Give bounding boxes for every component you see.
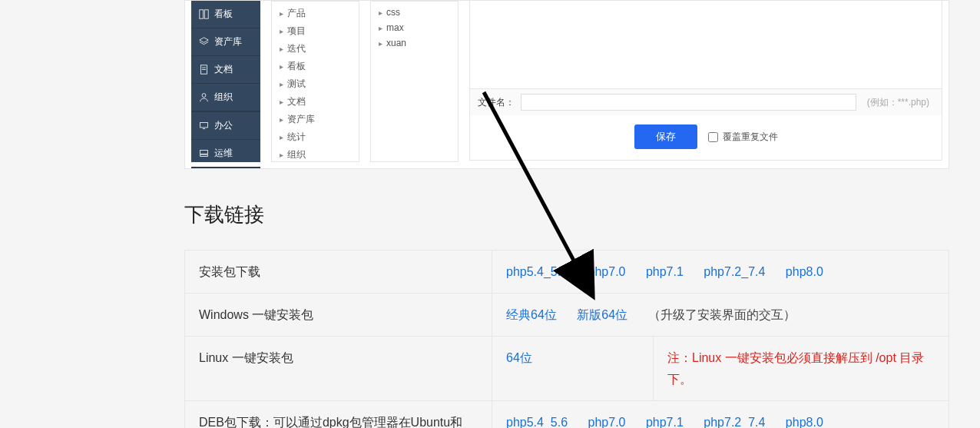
row-links: php5.4_5.6 php7.0 php7.1 php7.2_7.4 php8… bbox=[492, 250, 949, 294]
doc-icon bbox=[199, 65, 209, 75]
download-link[interactable]: php8.0 bbox=[786, 416, 823, 428]
tree-item[interactable]: ▸看板 bbox=[272, 58, 359, 75]
row-label: Linux 一键安装包 bbox=[185, 337, 492, 400]
tree-item[interactable]: ▸css bbox=[371, 5, 458, 20]
chevron-right-icon: ▸ bbox=[280, 98, 283, 106]
folder-tree: ▸css ▸max ▸xuan bbox=[370, 1, 459, 162]
svg-rect-6 bbox=[200, 122, 208, 128]
save-button[interactable]: 保存 bbox=[634, 124, 697, 149]
chevron-right-icon: ▸ bbox=[379, 24, 382, 32]
row-label: DEB包下载：可以通过dpkg包管理器在Ubuntu和Debian系统下安装 bbox=[185, 400, 492, 428]
svg-rect-1 bbox=[204, 10, 208, 18]
download-table: 安装包下载 php5.4_5.6 php7.0 php7.1 php7.2_7.… bbox=[184, 250, 949, 428]
row-links: 经典64位 新版64位 （升级了安装界面的交互） bbox=[492, 294, 949, 337]
app-sidebar: 看板 资产库 文档 组织 办公 运维 bbox=[191, 1, 260, 162]
overwrite-checkbox-box[interactable] bbox=[708, 132, 718, 142]
asset-icon bbox=[199, 37, 209, 47]
filename-label: 文件名： bbox=[478, 96, 515, 109]
download-link[interactable]: php7.2_7.4 bbox=[704, 416, 765, 428]
board-icon bbox=[199, 9, 209, 19]
tree-item[interactable]: ▸xuan bbox=[371, 35, 458, 51]
tree-item[interactable]: ▸迭代 bbox=[272, 40, 359, 58]
tree-item[interactable]: ▸项目 bbox=[272, 22, 359, 40]
chevron-right-icon: ▸ bbox=[280, 9, 283, 18]
tree-item[interactable]: ▸max bbox=[371, 20, 458, 35]
sidebar-item-doc[interactable]: 文档 bbox=[191, 56, 260, 84]
download-link[interactable]: 新版64位 bbox=[577, 308, 627, 321]
module-tree: ▸产品 ▸项目 ▸迭代 ▸看板 ▸测试 ▸文档 ▸资产库 ▸统计 ▸组织 ▸持续… bbox=[271, 1, 359, 162]
overwrite-label: 覆盖重复文件 bbox=[723, 131, 778, 144]
download-link[interactable]: php7.2_7.4 bbox=[704, 265, 765, 278]
tree-item[interactable]: ▸组织 bbox=[272, 146, 359, 162]
chevron-right-icon: ▸ bbox=[280, 80, 283, 88]
row-links: php5.4_5.6 php7.0 php7.1 php7.2_7.4 php8… bbox=[492, 400, 949, 428]
download-link[interactable]: php7.0 bbox=[588, 416, 626, 428]
sidebar-label: 资产库 bbox=[214, 35, 242, 48]
download-link[interactable]: php5.4_5.6 bbox=[506, 265, 568, 278]
ops-icon bbox=[199, 148, 209, 158]
svg-point-5 bbox=[202, 94, 206, 98]
table-row: Linux 一键安装包 64位 注：Linux 一键安装包必须直接解压到 /op… bbox=[185, 337, 949, 400]
chevron-right-icon: ▸ bbox=[280, 151, 283, 159]
tree-item[interactable]: ▸测试 bbox=[272, 75, 359, 93]
download-link[interactable]: php5.4_5.6 bbox=[506, 416, 568, 428]
warning-note: 注：Linux 一键安装包必须直接解压到 /opt 目录下。 bbox=[667, 351, 924, 385]
overwrite-checkbox[interactable]: 覆盖重复文件 bbox=[708, 131, 778, 144]
chevron-right-icon: ▸ bbox=[280, 45, 283, 53]
sidebar-label: 办公 bbox=[214, 119, 233, 132]
sidebar-item-more[interactable]: 更多 bbox=[191, 168, 260, 169]
embedded-screenshot: 看板 资产库 文档 组织 办公 运维 bbox=[184, 0, 949, 169]
sidebar-item-org[interactable]: 组织 bbox=[191, 84, 260, 111]
row-note: 注：Linux 一键安装包必须直接解压到 /opt 目录下。 bbox=[654, 337, 949, 400]
org-icon bbox=[199, 92, 209, 102]
download-link[interactable]: php7.1 bbox=[646, 416, 684, 428]
editor-panel: 文件名： (例如：***.php) 保存 覆盖重复文件 bbox=[469, 0, 942, 161]
table-row: Windows 一键安装包 经典64位 新版64位 （升级了安装界面的交互） bbox=[185, 294, 949, 337]
download-section-title: 下载链接 bbox=[184, 201, 949, 228]
tree-item[interactable]: ▸资产库 bbox=[272, 111, 359, 128]
table-row: 安装包下载 php5.4_5.6 php7.0 php7.1 php7.2_7.… bbox=[185, 250, 949, 294]
sidebar-label: 运维 bbox=[214, 147, 233, 160]
editor-canvas[interactable] bbox=[470, 0, 942, 89]
tree-item[interactable]: ▸文档 bbox=[272, 93, 359, 111]
chevron-right-icon: ▸ bbox=[379, 39, 382, 48]
row-links: 64位 bbox=[492, 337, 654, 400]
row-label: Windows 一键安装包 bbox=[185, 294, 492, 337]
sidebar-item-board[interactable]: 看板 bbox=[191, 1, 260, 28]
chevron-right-icon: ▸ bbox=[379, 8, 382, 17]
svg-rect-9 bbox=[200, 154, 208, 156]
download-link[interactable]: 64位 bbox=[506, 351, 532, 364]
chevron-right-icon: ▸ bbox=[280, 133, 283, 141]
svg-rect-0 bbox=[200, 10, 204, 18]
office-icon bbox=[199, 121, 209, 131]
filename-hint: (例如：***.php) bbox=[862, 96, 934, 109]
row-label: 安装包下载 bbox=[185, 250, 492, 294]
table-row: DEB包下载：可以通过dpkg包管理器在Ubuntu和Debian系统下安装 p… bbox=[185, 400, 949, 428]
sidebar-item-asset[interactable]: 资产库 bbox=[191, 28, 260, 56]
download-link[interactable]: php7.0 bbox=[588, 265, 626, 278]
save-row: 保存 覆盖重复文件 bbox=[470, 115, 942, 160]
chevron-right-icon: ▸ bbox=[280, 115, 283, 124]
sidebar-item-ops[interactable]: 运维 bbox=[191, 140, 260, 168]
sidebar-item-office[interactable]: 办公 bbox=[191, 112, 260, 140]
row-suffix: （升级了安装界面的交互） bbox=[648, 308, 796, 321]
download-link[interactable]: php7.1 bbox=[646, 265, 684, 278]
sidebar-label: 文档 bbox=[214, 63, 233, 76]
sidebar-label: 组织 bbox=[214, 91, 233, 104]
filename-input[interactable] bbox=[521, 94, 856, 111]
chevron-right-icon: ▸ bbox=[280, 27, 283, 35]
download-link[interactable]: php8.0 bbox=[786, 265, 823, 278]
tree-item[interactable]: ▸统计 bbox=[272, 128, 359, 146]
sidebar-label: 看板 bbox=[214, 8, 233, 21]
svg-rect-8 bbox=[200, 150, 208, 154]
chevron-right-icon: ▸ bbox=[280, 62, 283, 71]
tree-item[interactable]: ▸产品 bbox=[272, 5, 359, 22]
filename-row: 文件名： (例如：***.php) bbox=[470, 89, 942, 115]
download-link[interactable]: 经典64位 bbox=[506, 308, 557, 321]
